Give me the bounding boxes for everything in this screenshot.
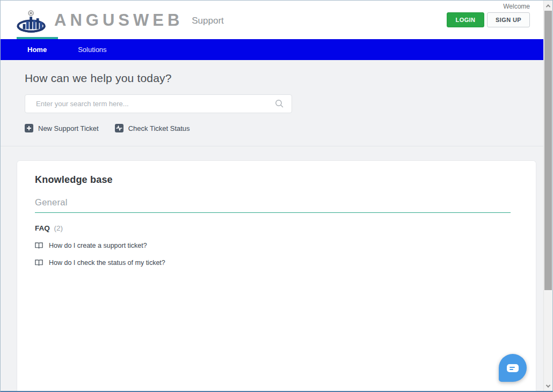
article-title: How do I create a support ticket?	[49, 242, 147, 249]
page-title: How can we help you today?	[25, 72, 519, 85]
browser-viewport: ANGUSWEB Support Welcome LOGIN SIGN UP H…	[0, 0, 553, 392]
book-icon	[35, 259, 43, 267]
hero-section: How can we help you today? New Support T…	[1, 60, 543, 146]
active-tab-indicator	[17, 37, 58, 39]
plus-icon	[25, 124, 33, 132]
article-link[interactable]: How do I create a support ticket?	[35, 242, 518, 249]
scroll-up-button[interactable]	[544, 1, 552, 10]
action-label: Check Ticket Status	[128, 124, 190, 132]
page-content: ANGUSWEB Support Welcome LOGIN SIGN UP H…	[1, 1, 543, 391]
article-link[interactable]: How do I check the status of my ticket?	[35, 259, 518, 267]
quick-actions: New Support Ticket Check Ticket Status	[25, 124, 519, 132]
nav-item-solutions[interactable]: Solutions	[78, 46, 106, 54]
folder-link-faq[interactable]: FAQ	[35, 224, 50, 232]
brand-name: ANGUSWEB	[54, 12, 183, 28]
knowledge-base-card: Knowledge base General FAQ (2) How do I …	[17, 160, 536, 392]
check-ticket-status-link[interactable]: Check Ticket Status	[115, 124, 190, 132]
chevron-down-icon	[546, 383, 550, 387]
pulse-icon	[115, 124, 123, 132]
nav-item-home[interactable]: Home	[27, 46, 47, 54]
search-input[interactable]	[36, 100, 275, 108]
search-icon[interactable]	[275, 99, 284, 108]
category-link-general[interactable]: General	[35, 197, 511, 213]
signup-button[interactable]: SIGN UP	[487, 12, 530, 27]
chat-widget-button[interactable]	[499, 354, 527, 382]
new-support-ticket-link[interactable]: New Support Ticket	[25, 124, 99, 132]
folder-row: FAQ (2)	[35, 224, 518, 232]
main-nav: Home Solutions	[1, 39, 543, 60]
chat-bubble-icon	[507, 364, 519, 372]
knowledge-base-title: Knowledge base	[35, 174, 518, 186]
auth-buttons: LOGIN SIGN UP	[447, 12, 530, 27]
search-box	[25, 94, 292, 113]
header-auth-area: Welcome LOGIN SIGN UP	[447, 1, 530, 27]
brand-logo-link[interactable]: ANGUSWEB Support	[17, 6, 224, 34]
angusweb-logo-icon	[17, 6, 49, 34]
welcome-text: Welcome	[503, 3, 530, 10]
vertical-scrollbar	[543, 1, 552, 391]
chevron-up-icon	[546, 4, 550, 9]
article-title: How do I check the status of my ticket?	[49, 259, 165, 267]
brand-suffix: Support	[192, 14, 224, 26]
login-button[interactable]: LOGIN	[447, 12, 484, 27]
portal-header: ANGUSWEB Support Welcome LOGIN SIGN UP	[1, 1, 543, 39]
book-icon	[35, 242, 43, 249]
scrollbar-thumb[interactable]	[544, 11, 552, 290]
action-label: New Support Ticket	[38, 124, 99, 132]
folder-article-count: (2)	[54, 224, 63, 232]
scroll-down-button[interactable]	[544, 381, 552, 390]
